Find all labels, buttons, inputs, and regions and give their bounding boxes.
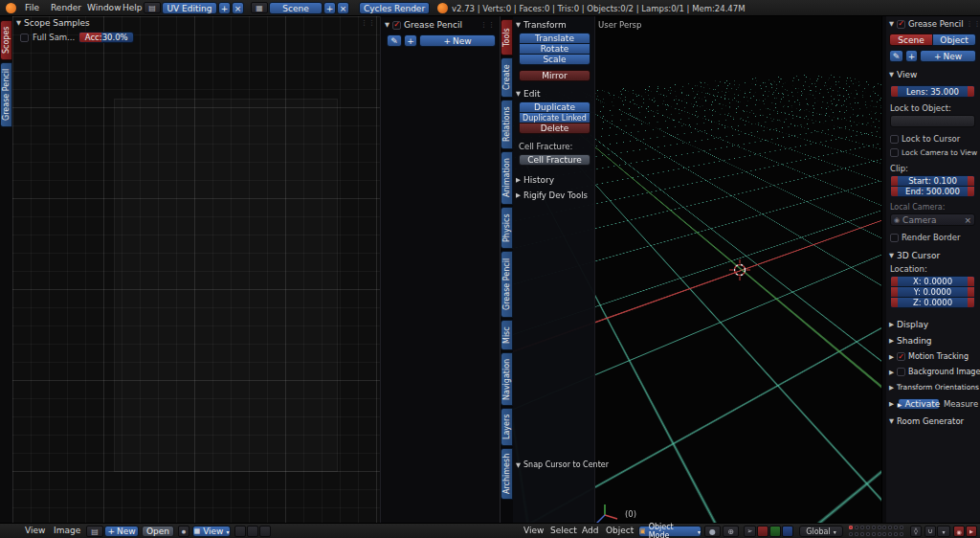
local-camera-field[interactable]: ◉ Camera × (890, 213, 975, 226)
layer-toggle[interactable] (878, 532, 881, 536)
delete-layout-button[interactable]: × (232, 2, 244, 14)
layer-toggle[interactable] (900, 526, 903, 529)
lock-to-object-field[interactable] (890, 115, 975, 127)
layer-selector[interactable] (849, 526, 904, 537)
panel-drag-handle-icon[interactable]: ⋮⋮ (361, 19, 376, 27)
add-scene-button[interactable]: + (323, 2, 336, 14)
v3d-menu-add[interactable]: Add (582, 523, 598, 538)
tab-navigation[interactable]: Navigation (501, 352, 513, 406)
clip-end-field[interactable]: End: 500.000 (890, 186, 975, 197)
image-open-button[interactable]: Open (142, 526, 174, 537)
decrement-arrow[interactable] (891, 287, 898, 297)
manipulator-translate-button[interactable] (757, 526, 768, 537)
lens-field[interactable]: Lens: 35.000 (890, 85, 975, 98)
menu-render[interactable]: Render (51, 0, 81, 15)
layer-toggle[interactable] (855, 526, 858, 529)
gp-add-button[interactable]: + (404, 34, 417, 47)
tab-create[interactable]: Create (501, 57, 513, 98)
gp-draw-icon-button[interactable]: ✎ (387, 34, 402, 47)
orientation-dropdown[interactable]: Global ▾ (799, 526, 843, 537)
transform-panel-header[interactable]: ▼ Transform (516, 20, 591, 30)
tab-tools[interactable]: Tools (501, 19, 513, 56)
decrement-arrow[interactable] (891, 277, 898, 286)
decrement-arrow[interactable] (891, 176, 898, 186)
source-scene-button[interactable]: Scene (889, 34, 933, 46)
full-samples-checkbox[interactable] (20, 34, 29, 42)
background-images-panel-header[interactable]: ▶ Background Images (889, 368, 977, 376)
gp-draw-icon-button[interactable]: ✎ (889, 50, 903, 62)
increment-arrow[interactable] (968, 298, 974, 307)
layer-toggle[interactable] (888, 526, 892, 529)
lock-camera-checkbox[interactable] (890, 148, 899, 157)
viewport-shading-dropdown[interactable]: ● (704, 526, 721, 537)
channel-alpha-button[interactable] (259, 526, 271, 537)
increment-arrow[interactable] (968, 176, 974, 186)
uv-menu-image[interactable]: Image (54, 523, 80, 538)
v3d-menu-view[interactable]: View (523, 523, 544, 538)
gp-add-button[interactable]: + (905, 50, 918, 62)
blender-app-icon[interactable] (6, 3, 16, 13)
layer-toggle[interactable] (900, 532, 903, 536)
tab-archimesh[interactable]: Archimesh (501, 448, 513, 500)
layer-toggle[interactable] (872, 532, 876, 536)
grease-pencil-enable-checkbox[interactable]: ✓ (392, 21, 401, 30)
mode-dropdown[interactable]: ▣ Object Mode ▾ (638, 526, 702, 537)
render-opengl-button[interactable]: ◉ (953, 526, 965, 537)
props-gp-header[interactable]: ▼ ✓ Grease Pencil ⋮⋮ (889, 19, 977, 29)
layer-toggle[interactable] (888, 532, 892, 536)
lock-to-cursor-checkbox[interactable] (890, 135, 899, 144)
edit-panel-header[interactable]: ▼ Edit (516, 89, 591, 99)
layer-toggle[interactable] (855, 532, 858, 536)
screen-layout-icon[interactable]: ▤ (144, 2, 161, 13)
tab-grease-pencil[interactable]: Grease Pencil (0, 62, 12, 127)
menu-file[interactable]: File (25, 0, 39, 15)
accuracy-slider[interactable]: Acc:30.0% (78, 32, 134, 43)
render-engine-dropdown[interactable]: Cycles Render (359, 2, 430, 14)
gp-new-button[interactable]: +New (419, 34, 496, 47)
cursor-y-field[interactable]: Y: 0.0000 (890, 286, 975, 298)
pivot-center-dropdown[interactable]: ⊕ (723, 526, 739, 537)
panel-drag-handle-icon[interactable]: ⋮⋮ (967, 20, 980, 28)
menu-window[interactable]: Window (87, 0, 122, 15)
tab-relations[interactable]: Relations (501, 100, 513, 149)
lock-to-scene-button[interactable]: ◊ (910, 526, 922, 537)
tab-animation[interactable]: Animation (501, 151, 513, 205)
layer-toggle[interactable] (894, 526, 898, 529)
properties-scrollbar[interactable] (882, 16, 886, 523)
props-gp-enable-checkbox[interactable]: ✓ (897, 20, 905, 29)
snap-cursor-panel-header[interactable]: ▼ Snap Cursor to Center (516, 460, 609, 469)
tab-grease-pencil[interactable]: Grease Pencil (501, 251, 513, 318)
uv-view-mode-dropdown[interactable]: ▦ View ▾ (192, 526, 231, 537)
layer-toggle[interactable] (894, 532, 898, 536)
viewport-3d[interactable]: User Persp (0) Tools Create Relations An… (501, 16, 881, 523)
delete-scene-button[interactable]: × (337, 2, 349, 14)
menu-help[interactable]: Help (122, 0, 143, 15)
source-object-button[interactable]: Object (932, 34, 976, 46)
panel-drag-handle-icon[interactable]: ⋮⋮ (480, 21, 496, 29)
layer-toggle[interactable] (860, 532, 864, 536)
room-generator-panel-header[interactable]: ▼ Room Generator (889, 416, 977, 426)
cell-fracture-button[interactable]: Cell Fracture (519, 154, 590, 166)
scene-dropdown[interactable]: Scene (269, 2, 323, 14)
channel-rgb-button[interactable] (234, 526, 246, 537)
decrement-arrow[interactable] (891, 86, 898, 97)
render-opengl-anim-button[interactable]: ▶ (966, 526, 977, 537)
motion-tracking-panel-header[interactable]: ▶ ✓ Motion Tracking (889, 352, 977, 361)
cursor-z-field[interactable]: Z: 0.0000 (890, 297, 975, 308)
channel-rgba-button[interactable] (247, 526, 258, 537)
clear-x-icon[interactable]: × (964, 215, 971, 225)
increment-arrow[interactable] (968, 277, 974, 286)
transform-orientations-panel-header[interactable]: ▶ Transform Orientations (889, 383, 977, 392)
manipulator-pointer-button[interactable]: ➢ (744, 526, 756, 537)
motion-tracking-checkbox[interactable]: ✓ (897, 352, 905, 361)
delete-button[interactable]: Delete (519, 123, 590, 134)
decrement-arrow[interactable] (891, 187, 898, 196)
history-panel-header[interactable]: ▶ History (516, 175, 591, 185)
image-browse-button[interactable]: ▤ (86, 526, 103, 537)
display-panel-header[interactable]: ▶ Display (889, 320, 977, 329)
cursor-x-field[interactable]: X: 0.0000 (890, 276, 975, 287)
layer-toggle[interactable] (866, 526, 870, 529)
cursor-panel-header[interactable]: ▼ 3D Cursor (889, 251, 977, 260)
uv-menu-view[interactable]: View (25, 523, 45, 538)
scene-icon[interactable]: ▦ (251, 2, 268, 13)
